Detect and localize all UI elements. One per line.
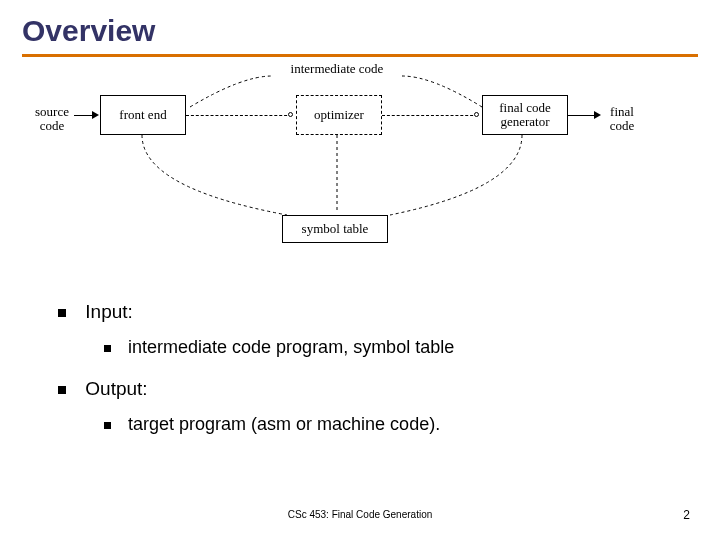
front-end-box: front end bbox=[100, 95, 186, 135]
dash-optimizer-generator bbox=[382, 115, 478, 116]
input-sub-bullet: intermediate code program, symbol table bbox=[104, 337, 680, 358]
open-arrow-2 bbox=[474, 112, 479, 117]
open-arrow-1 bbox=[288, 112, 293, 117]
input-sub-text: intermediate code program, symbol table bbox=[128, 337, 454, 357]
symbol-table-links bbox=[122, 133, 542, 225]
output-sub-text: target program (asm or machine code). bbox=[128, 414, 440, 434]
intermediate-arc bbox=[182, 71, 492, 111]
arrowhead-1 bbox=[92, 111, 99, 119]
dash-frontend-optimizer bbox=[186, 115, 292, 116]
title-rule bbox=[22, 54, 698, 57]
arrow-generator-final bbox=[568, 115, 596, 116]
page-number: 2 bbox=[683, 508, 690, 522]
input-bullet: Input: intermediate code program, symbol… bbox=[58, 301, 680, 358]
arrow-source-frontend bbox=[74, 115, 94, 116]
output-label: Output: bbox=[85, 378, 147, 399]
input-label: Input: bbox=[85, 301, 133, 322]
final-code-label: final code bbox=[602, 105, 642, 134]
pipeline-diagram: source code front end optimizer final co… bbox=[22, 65, 698, 265]
slide-title: Overview bbox=[0, 0, 720, 54]
arrowhead-2 bbox=[594, 111, 601, 119]
content-area: Input: intermediate code program, symbol… bbox=[0, 265, 720, 435]
output-sub-bullet: target program (asm or machine code). bbox=[104, 414, 680, 435]
source-code-label: source code bbox=[32, 105, 72, 134]
output-bullet: Output: target program (asm or machine c… bbox=[58, 378, 680, 435]
final-code-generator-box: final code generator bbox=[482, 95, 568, 135]
footer-center-text: CSc 453: Final Code Generation bbox=[0, 509, 720, 520]
